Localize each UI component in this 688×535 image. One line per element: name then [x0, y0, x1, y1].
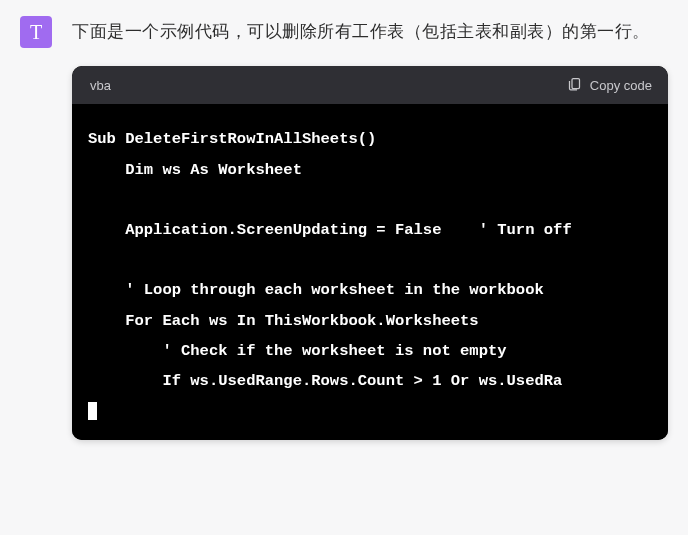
svg-rect-0: [572, 79, 580, 89]
code-line: Sub DeleteFirstRowInAllSheets(): [88, 130, 376, 148]
clipboard-icon: [567, 76, 582, 94]
intro-text: 下面是一个示例代码，可以删除所有工作表（包括主表和副表）的第一行。: [72, 16, 668, 48]
code-line: If ws.UsedRange.Rows.Count > 1 Or ws.Use…: [88, 372, 562, 390]
message-row: T 下面是一个示例代码，可以删除所有工作表（包括主表和副表）的第一行。 vba …: [20, 16, 668, 440]
message-content: 下面是一个示例代码，可以删除所有工作表（包括主表和副表）的第一行。 vba Co…: [72, 16, 668, 440]
avatar: T: [20, 16, 52, 48]
code-content: Sub DeleteFirstRowInAllSheets() Dim ws A…: [88, 124, 652, 426]
code-body: Sub DeleteFirstRowInAllSheets() Dim ws A…: [72, 104, 668, 440]
code-line: ' Loop through each worksheet in the wor…: [88, 281, 544, 299]
copy-code-button[interactable]: Copy code: [567, 76, 652, 94]
code-line: Application.ScreenUpdating = False ' Tur…: [88, 221, 572, 239]
avatar-letter: T: [30, 21, 42, 44]
text-cursor: [88, 402, 97, 420]
code-language-label: vba: [90, 78, 111, 93]
code-line: Dim ws As Worksheet: [88, 161, 302, 179]
code-line: For Each ws In ThisWorkbook.Worksheets: [88, 312, 479, 330]
copy-code-label: Copy code: [590, 78, 652, 93]
code-header: vba Copy code: [72, 66, 668, 104]
code-line: ' Check if the worksheet is not empty: [88, 342, 507, 360]
code-block: vba Copy code Sub DeleteFirstRowInAllShe…: [72, 66, 668, 440]
